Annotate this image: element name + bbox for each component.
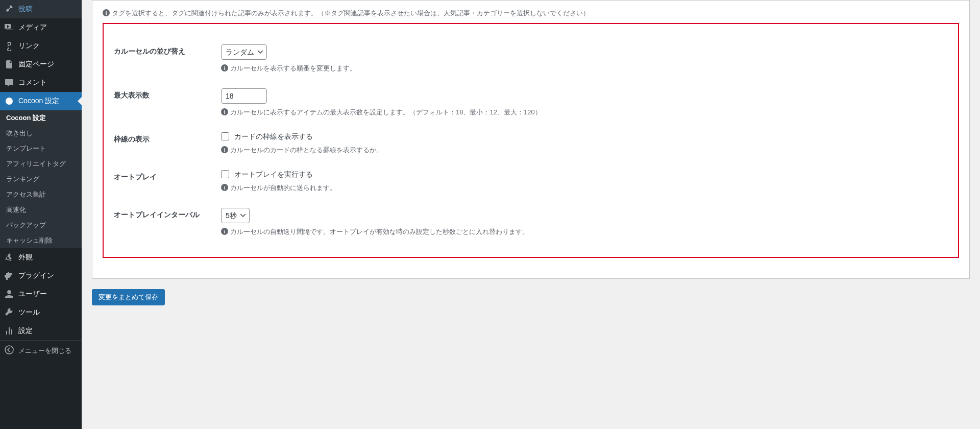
submenu-item-template[interactable]: テンプレート — [0, 141, 82, 156]
submenu-item-speed[interactable]: 高速化 — [0, 202, 82, 218]
sidebar-item-plugins[interactable]: プラグイン — [0, 267, 82, 285]
user-icon — [4, 289, 14, 299]
checkbox-border[interactable] — [221, 132, 229, 140]
row-border: 枠線の表示 カードの枠線を表示する i カルーセルのカードの枠となる罫線を表示す… — [114, 125, 968, 162]
sidebar-label: Cocoon 設定 — [18, 97, 59, 106]
input-max[interactable] — [221, 88, 267, 104]
label-border: 枠線の表示 — [114, 125, 216, 162]
sidebar-label: 外観 — [18, 253, 33, 262]
svg-text:i: i — [224, 185, 226, 190]
sidebar-item-users[interactable]: ユーザー — [0, 285, 82, 303]
sidebar-label: プラグイン — [18, 271, 54, 280]
sidebar-submenu: Cocoon 設定 吹き出し テンプレート アフィリエイトタグ ランキング アク… — [0, 110, 82, 248]
sidebar-item-comments[interactable]: コメント — [0, 74, 82, 92]
cocoon-icon — [4, 96, 14, 106]
hint-sort: i カルーセルを表示する順番を変更します。 — [221, 64, 963, 73]
appearance-icon — [4, 252, 14, 263]
hint-autoplay: i カルーセルが自動的に送られます。 — [221, 183, 963, 193]
sidebar-item-media[interactable]: メディア — [0, 18, 82, 37]
checkbox-autoplay-label[interactable]: オートプレイを実行する — [221, 170, 313, 178]
submenu-item-cache[interactable]: キャッシュ削除 — [0, 233, 82, 248]
sidebar-item-settings[interactable]: 設定 — [0, 322, 82, 340]
label-sort: カルーセルの並び替え — [114, 37, 216, 81]
select-interval[interactable]: 5秒 — [221, 208, 250, 223]
main-content: i タグを選択すると、タグに関連付けられた記事のみが表示されます。（※タグ関連記… — [82, 0, 980, 429]
svg-text:i: i — [224, 147, 226, 153]
svg-point-0 — [6, 98, 13, 105]
settings-icon — [4, 326, 14, 336]
tools-icon — [4, 307, 14, 318]
highlighted-settings: カルーセルの並び替え ランダム i カルーセルを表示する順番を変更します。 — [103, 23, 959, 258]
checkbox-border-label[interactable]: カードの枠線を表示する — [221, 132, 313, 140]
sidebar-item-posts[interactable]: 投稿 — [0, 0, 82, 18]
sidebar-label: ツール — [18, 308, 40, 317]
submenu-item-balloon[interactable]: 吹き出し — [0, 126, 82, 141]
checkbox-autoplay[interactable] — [221, 170, 229, 178]
row-autoplay: オートプレイ オートプレイを実行する i カルーセルが自動的に送られます。 — [114, 162, 968, 200]
sidebar-label: 固定ページ — [18, 60, 54, 69]
row-max: 最大表示数 i カルーセルに表示するアイテムの最大表示数を設定します。（デフォル… — [114, 81, 968, 125]
settings-panel: i タグを選択すると、タグに関連付けられた記事のみが表示されます。（※タグ関連記… — [92, 0, 970, 279]
sidebar-label: メディア — [18, 23, 47, 32]
label-interval: オートプレイインターバル — [114, 200, 216, 244]
collapse-icon — [4, 345, 14, 356]
select-sort[interactable]: ランダム — [221, 44, 267, 60]
info-icon: i — [221, 228, 228, 235]
sidebar-item-appearance[interactable]: 外観 — [0, 248, 82, 267]
label-autoplay: オートプレイ — [114, 162, 216, 200]
svg-text:i: i — [224, 229, 226, 234]
sidebar-item-cocoon[interactable]: Cocoon 設定 — [0, 92, 82, 110]
info-icon: i — [221, 146, 228, 153]
submenu-item-affiliate[interactable]: アフィリエイトタグ — [0, 156, 82, 172]
sidebar-label: 設定 — [18, 326, 33, 336]
svg-text:i: i — [106, 10, 107, 16]
submenu-item-ranking[interactable]: ランキング — [0, 172, 82, 187]
row-sort: カルーセルの並び替え ランダム i カルーセルを表示する順番を変更します。 — [114, 37, 968, 81]
tag-hint: i タグを選択すると、タグに関連付けられた記事のみが表示されます。（※タグ関連記… — [103, 9, 959, 18]
sidebar-item-links[interactable]: リンク — [0, 37, 82, 55]
save-button[interactable]: 変更をまとめて保存 — [92, 289, 165, 305]
pin-icon — [4, 4, 14, 14]
info-icon: i — [221, 184, 228, 191]
svg-point-1 — [5, 346, 13, 354]
sidebar-label: 投稿 — [18, 5, 33, 14]
collapse-label: メニューを閉じる — [18, 346, 71, 355]
hint-border: i カルーセルのカードの枠となる罫線を表示するか。 — [221, 146, 963, 155]
submenu-item-access[interactable]: アクセス集計 — [0, 187, 82, 202]
submenu-item-cocoon-settings[interactable]: Cocoon 設定 — [0, 110, 82, 126]
info-icon: i — [103, 9, 110, 16]
admin-sidebar: 投稿 メディア リンク 固定ページ コメント Cocoon 設定 Cocoon … — [0, 0, 82, 429]
hint-interval: i カルーセルの自動送り間隔です。オートプレイが有効な時のみ設定した秒数ごとに入… — [221, 227, 963, 236]
media-icon — [4, 22, 14, 33]
sidebar-label: コメント — [18, 78, 47, 87]
sidebar-item-tools[interactable]: ツール — [0, 303, 82, 322]
submenu-item-backup[interactable]: バックアップ — [0, 218, 82, 233]
hint-max: i カルーセルに表示するアイテムの最大表示数を設定します。（デフォルト：18、最… — [221, 108, 963, 117]
sidebar-label: ユーザー — [18, 290, 47, 299]
label-max: 最大表示数 — [114, 81, 216, 125]
sidebar-item-pages[interactable]: 固定ページ — [0, 55, 82, 74]
sidebar-collapse[interactable]: メニューを閉じる — [0, 340, 82, 361]
sidebar-label: リンク — [18, 41, 40, 51]
link-icon — [4, 41, 14, 51]
svg-text:i: i — [224, 109, 226, 115]
info-icon: i — [221, 64, 228, 72]
info-icon: i — [221, 108, 228, 115]
row-interval: オートプレイインターバル 5秒 i カルーセルの自動送り間隔です。オートプレイが… — [114, 200, 968, 244]
plugin-icon — [4, 271, 14, 281]
svg-text:i: i — [224, 65, 226, 71]
page-icon — [4, 59, 14, 69]
comment-icon — [4, 78, 14, 88]
